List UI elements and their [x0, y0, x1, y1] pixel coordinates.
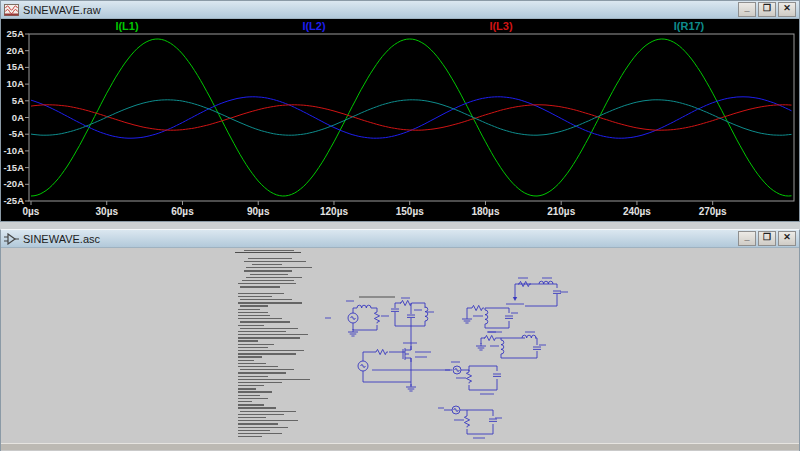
asc-window-titlebar[interactable]: SINEWAVE.asc _ ❐ ✕ — [1, 230, 799, 248]
x-tick-label: 0µs — [23, 206, 40, 217]
inductor-symbol[interactable] — [425, 307, 428, 321]
raw-window-titlebar[interactable]: SINEWAVE.raw _ ❐ ✕ — [1, 1, 799, 19]
close-button[interactable]: ✕ — [778, 231, 796, 246]
schematic-wire[interactable] — [363, 371, 411, 382]
netlist-line — [238, 363, 266, 364]
component-label-mark — [473, 315, 483, 316]
netlist-line — [238, 372, 286, 373]
schematic-wire[interactable] — [395, 312, 425, 326]
legend-item[interactable]: I(L2) — [302, 20, 326, 32]
schematic-file-icon — [4, 233, 19, 245]
ground-symbol[interactable] — [462, 316, 472, 323]
capacitor-symbol[interactable] — [391, 309, 399, 311]
schematic-wire[interactable] — [467, 424, 493, 434]
y-tick-label: -15A — [3, 162, 24, 173]
netlist-line — [240, 411, 296, 412]
schematic-wire[interactable] — [363, 352, 375, 361]
raw-window-title: SINEWAVE.raw — [23, 4, 101, 16]
netlist-line — [252, 264, 282, 265]
minimize-button[interactable]: _ — [738, 231, 756, 246]
legend-item[interactable]: I(R17) — [674, 20, 705, 32]
schematic-wire[interactable] — [535, 338, 537, 345]
ground-symbol[interactable] — [406, 384, 416, 391]
component-label-mark — [454, 419, 464, 420]
schematic-wire[interactable] — [371, 308, 377, 311]
netlist-line — [238, 325, 264, 326]
schematic-wire[interactable] — [515, 284, 557, 292]
netlist-line — [238, 379, 310, 380]
netlist-line — [238, 315, 270, 316]
waveform-file-icon — [4, 4, 19, 16]
netlist-line — [240, 369, 294, 370]
netlist-text-block — [238, 250, 328, 439]
schematic-wire[interactable] — [469, 366, 497, 371]
resistor-symbol[interactable] — [484, 335, 497, 340]
legend-item[interactable]: I(L3) — [489, 20, 513, 32]
maximize-button[interactable]: ❐ — [758, 231, 776, 246]
schematic-wire[interactable] — [460, 410, 467, 415]
netlist-line — [238, 366, 278, 367]
schematic-wire[interactable] — [485, 308, 509, 313]
waveform-trace-I(L3)[interactable] — [31, 105, 792, 130]
source-sine-mark[interactable] — [351, 317, 355, 320]
resistor-symbol[interactable] — [464, 415, 469, 427]
schematic-wire[interactable] — [395, 303, 401, 308]
netlist-line — [238, 356, 262, 357]
netlist-line — [238, 388, 256, 389]
legend-item[interactable]: I(L1) — [115, 20, 139, 32]
capacitor-symbol[interactable] — [533, 347, 541, 349]
netlist-line — [246, 267, 312, 268]
resistor-symbol[interactable] — [374, 311, 379, 323]
schematic-wire[interactable] — [353, 308, 357, 313]
netlist-line — [240, 328, 298, 329]
source-sine-mark[interactable] — [455, 369, 459, 372]
x-tick-label: 150µs — [396, 206, 424, 217]
schematic-wire[interactable] — [501, 351, 537, 358]
waveform-trace-I(L1)[interactable] — [31, 39, 792, 196]
capacitor-symbol[interactable] — [407, 315, 415, 317]
x-tick-label: 60µs — [171, 206, 194, 217]
capacitor-symbol[interactable] — [493, 374, 501, 376]
resistor-symbol[interactable] — [375, 349, 388, 354]
netlist-underline — [235, 252, 301, 253]
schematic-wire[interactable] — [467, 308, 471, 316]
waveform-plot-area[interactable]: 25A20A15A10A5A0A-5A-10A-15A-20A-25A0µs30… — [1, 19, 799, 220]
component-label-mark — [473, 437, 485, 438]
capacitor-symbol[interactable] — [489, 419, 497, 421]
component-label-mark — [414, 309, 422, 310]
inductor-symbol[interactable] — [357, 305, 371, 308]
capacitor-symbol[interactable] — [553, 291, 561, 293]
plot-frame — [29, 34, 794, 201]
schematic-wire[interactable] — [353, 323, 377, 330]
schematic-wire[interactable] — [481, 338, 485, 344]
schematic-wire[interactable] — [413, 303, 425, 308]
nmos-symbol[interactable] — [403, 346, 411, 362]
netlist-line — [238, 395, 260, 396]
component-label-mark — [539, 344, 546, 345]
ground-symbol[interactable] — [476, 343, 486, 350]
schematic-wire[interactable] — [525, 294, 557, 306]
y-tick-label: 10A — [7, 78, 25, 89]
maximize-button[interactable]: ❐ — [758, 2, 776, 17]
resistor-symbol[interactable] — [471, 305, 484, 310]
source-sine-mark[interactable] — [454, 409, 458, 412]
resistor-symbol[interactable] — [466, 371, 471, 383]
component-label-mark — [560, 291, 568, 292]
schematic-wire[interactable] — [461, 370, 469, 371]
inductor-symbol[interactable] — [485, 310, 488, 324]
source-sine-mark[interactable] — [361, 365, 365, 368]
close-button[interactable]: ✕ — [778, 2, 796, 17]
y-tick-label: 5A — [12, 95, 24, 106]
minimize-button[interactable]: _ — [738, 2, 756, 17]
component-label-mark — [542, 277, 552, 278]
netlist-line — [238, 423, 278, 424]
schematic-wire[interactable] — [469, 379, 497, 390]
capacitor-symbol[interactable] — [505, 316, 513, 318]
component-label-mark — [401, 297, 410, 298]
schematic-wire[interactable] — [485, 321, 509, 328]
inductor-symbol[interactable] — [501, 340, 504, 354]
schematic-wire[interactable] — [467, 410, 493, 416]
netlist-line — [238, 376, 268, 377]
netlist-line — [238, 344, 274, 345]
schematic-canvas[interactable] — [1, 248, 799, 443]
